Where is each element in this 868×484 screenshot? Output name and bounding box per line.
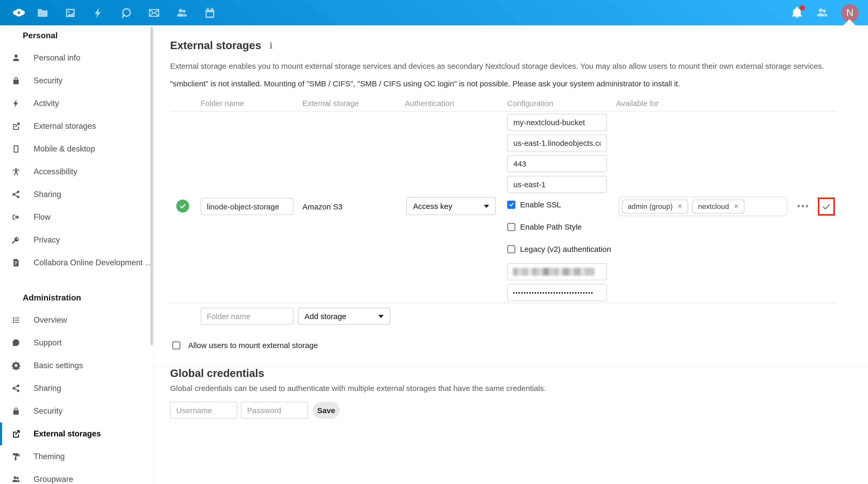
authentication-select[interactable]: Access key [406,197,496,215]
sidebar-item-privacy[interactable]: Privacy [0,229,154,251]
avatar[interactable]: N [841,4,859,22]
sidebar-item-label: Collabora Online Development Edit... [34,258,154,267]
settings-sidebar: Personal Personal info Security Activity… [0,25,154,484]
sidebar-item-label: External storages [34,122,96,131]
share-icon [11,190,21,199]
overview-icon [11,315,21,325]
calendar-icon[interactable] [204,6,216,19]
secret-key-input[interactable]: •••••••••••••••••••••••••••••• [507,284,607,301]
notifications-bell-icon[interactable] [790,6,803,19]
table-bottom-border [170,303,837,303]
mail-icon[interactable] [148,6,160,19]
check-circle-icon [176,200,189,213]
sidebar-scrollbar[interactable] [150,27,153,345]
top-bar: N [0,0,868,25]
sidebar-item-groupware[interactable]: Groupware [0,468,154,484]
checkbox-unchecked-icon[interactable] [507,222,516,231]
smbclient-warning-text: "smbclient" is not installed. Mounting o… [170,79,680,88]
folder-name-input[interactable] [200,198,293,215]
save-button[interactable]: Save [313,402,340,419]
sidebar-item-overview[interactable]: Overview [0,309,154,331]
sidebar-item-label: Flow [34,213,51,222]
share-icon [11,384,21,393]
sidebar-item-accessibility[interactable]: Accessibility [0,160,154,183]
enable-ssl-checkbox-row[interactable]: Enable SSL [507,200,561,209]
hostname-input[interactable] [507,134,607,152]
key-icon [11,235,21,245]
sidebar-item-external-storages-personal[interactable]: External storages [0,115,154,138]
intro-text: External storage enables you to mount ex… [170,62,824,70]
add-storage-label: Add storage [305,312,346,321]
phone-icon [11,144,21,154]
lock-icon [11,406,21,416]
sidebar-item-basic-settings[interactable]: Basic settings [0,354,154,377]
nextcloud-logo[interactable] [13,9,25,17]
confirm-save-row-button[interactable] [818,198,835,216]
page-title-row: External storages ℹ [170,39,273,52]
sidebar-item-collabora[interactable]: Collabora Online Development Edit... [0,251,154,274]
gear-icon [11,361,21,370]
sidebar-item-personal-info[interactable]: Personal info [0,47,154,69]
column-header-folder-name: Folder name [200,95,244,112]
column-header-authentication: Authentication [405,95,454,112]
sidebar-item-external-storages-admin[interactable]: External storages [0,422,154,445]
sidebar-item-sharing-personal[interactable]: Sharing [0,183,154,206]
sidebar-item-mobile-desktop[interactable]: Mobile & desktop [0,138,154,160]
app-launcher [36,6,216,19]
legacy-auth-checkbox-row[interactable]: Legacy (v2) authentication [507,245,611,253]
checkbox-checked-icon[interactable] [507,200,516,209]
storage-table-header: Folder name External storage Authenticat… [170,95,837,112]
photos-icon[interactable] [64,6,76,19]
available-for-chip: admin (group) ✕ [622,199,688,213]
access-key-input-redacted[interactable] [507,263,607,280]
sidebar-item-security-admin[interactable]: Security [0,400,154,422]
external-storages-settings: External storages ℹ External storage ena… [154,25,868,484]
enable-path-style-checkbox-row[interactable]: Enable Path Style [507,222,582,231]
global-password-input[interactable] [241,402,308,419]
sidebar-item-label: Security [34,406,63,416]
port-input[interactable] [507,155,607,172]
lock-icon [11,76,21,85]
sidebar-item-support[interactable]: Support [0,331,154,354]
allow-users-checkbox-row[interactable]: Allow users to mount external storage [172,341,318,350]
sidebar-item-label: Privacy [34,235,60,245]
ellipsis-menu-button[interactable] [793,202,813,210]
external-storage-icon [11,429,21,438]
sidebar-item-label: Accessibility [34,167,77,176]
add-storage-select[interactable]: Add storage [298,308,390,325]
chip-label: admin (group) [628,202,673,210]
sidebar-item-flow[interactable]: Flow [0,206,154,229]
ellipsis-icon [798,205,800,207]
sidebar-item-label: Security [34,76,63,85]
remove-chip-icon[interactable]: ✕ [677,203,682,209]
region-input[interactable] [507,176,607,193]
sidebar-item-label: Basic settings [34,361,83,370]
sidebar-item-sharing-admin[interactable]: Sharing [0,377,154,400]
checkbox-unchecked-icon[interactable] [507,245,516,253]
new-folder-name-input[interactable] [200,308,293,325]
speech-bubble-icon [11,338,21,347]
topbar-right-cluster: N [790,4,859,22]
redaction-blur [513,268,594,276]
talk-icon[interactable] [120,6,132,19]
checkbox-unchecked-icon[interactable] [172,341,180,349]
sidebar-item-security-personal[interactable]: Security [0,69,154,92]
sidebar-item-theming[interactable]: Theming [0,445,154,468]
info-icon[interactable]: ℹ [270,40,273,51]
sidebar-item-label: Theming [34,452,65,461]
contacts-menu-icon[interactable] [816,6,829,19]
available-for-input[interactable]: admin (group) ✕ nextcloud ✕ [618,196,787,216]
enable-path-style-label: Enable Path Style [520,222,582,231]
column-header-available-for: Available for [616,95,659,112]
external-storage-type: Amazon S3 [303,202,342,211]
global-username-input[interactable] [170,402,237,419]
available-for-chip: nextcloud ✕ [692,199,744,213]
contacts-icon[interactable] [176,6,188,19]
activity-icon[interactable] [92,6,104,19]
bucket-input[interactable] [507,114,607,131]
remove-chip-icon[interactable]: ✕ [734,203,739,209]
sidebar-item-activity[interactable]: Activity [0,92,154,115]
notification-dot [800,5,805,10]
chip-label: nextcloud [698,202,729,210]
files-icon[interactable] [36,6,49,19]
